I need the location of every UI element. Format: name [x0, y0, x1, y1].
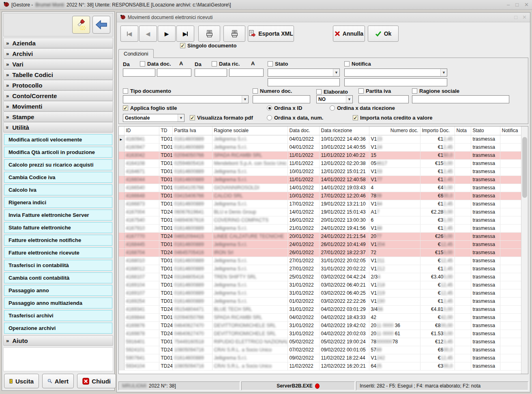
scrollbar-thumb[interactable] — [522, 137, 527, 198]
table-row[interactable]: ► 4160947 TD01 01614600889 Jelligrema S.… — [119, 143, 523, 151]
stato-dropdown[interactable]: ▼ — [268, 69, 340, 77]
sidebar-item[interactable]: Passaggio anno — [4, 285, 112, 296]
column-header[interactable]: Notifica — [500, 126, 523, 135]
maximize-icon[interactable]: □ — [515, 2, 519, 8]
column-header[interactable]: Data doc. — [287, 126, 319, 135]
ordina-x-data-ricezione-radio[interactable]: Ordina x data ricezione — [330, 105, 395, 111]
minimize-icon[interactable]: – — [507, 2, 510, 8]
partita-iva-input[interactable] — [358, 95, 409, 103]
sidebar-section[interactable]: » Conto/Corrente — [3, 90, 113, 101]
radio[interactable] — [267, 115, 272, 120]
sidebar-item[interactable]: Trasferisci archivi — [4, 310, 112, 321]
table-row[interactable]: ► 4160941 TD01 01614600889 Jelligrema S.… — [119, 135, 523, 143]
ordina-x-id-radio[interactable]: Ordina x ID — [267, 105, 302, 111]
sidebar-item[interactable]: Operazione archivi — [4, 323, 112, 334]
table-row[interactable]: ► 4169107 TD01 01614600889 Jelligrema S.… — [119, 289, 523, 297]
table-row[interactable]: ► 4166648 TD01 03415406766 CALCIO SRL 10… — [119, 192, 523, 200]
table-row[interactable]: ► 4168704 TD24 04645705416 IRON Srl 26/0… — [119, 248, 523, 257]
column-header[interactable]: ID — [124, 126, 159, 135]
checkbox[interactable]: ✓ — [316, 89, 322, 94]
annulla-button[interactable]: Annulla — [333, 26, 365, 42]
visualizza-formato-pdf-checkbox[interactable]: ✓ Visualizza formato pdf — [190, 115, 253, 121]
column-header[interactable]: Ragione sociale — [212, 126, 287, 135]
table-row[interactable]: ► 4164671 TD01 01614600889 Jelligrema S.… — [119, 167, 523, 176]
sidebar-section[interactable]: » Stampe — [3, 111, 113, 122]
table-row[interactable]: ► 4168445 TD01 01614600889 Jelligrema S.… — [119, 240, 523, 248]
sidebar-item[interactable]: Invia Fatture elettroniche Server — [4, 210, 112, 221]
elaborato-dropdown[interactable]: NO▼ — [316, 95, 353, 103]
sidebar-section[interactable]: » Azienda — [3, 38, 113, 48]
sidebar-item[interactable]: Cambia Codice iva — [4, 172, 112, 183]
checkbox[interactable]: ✓ — [190, 115, 195, 120]
data-doc-checkbox[interactable]: ✓ Data doc. — [140, 61, 171, 67]
sidebar-item[interactable]: Fatture elettroniche ricevute — [4, 247, 112, 258]
partita-iva-checkbox[interactable]: ✓ Partita iva — [358, 88, 391, 94]
sidebar-item[interactable]: Calcolo prezzi su ricarico acquisti — [4, 159, 112, 170]
sidebar-section[interactable]: » Protocollo — [3, 80, 113, 90]
table-row[interactable]: ► 4169878 TD24 04640627470 DEVITTORIOMIC… — [119, 330, 523, 338]
data-doc-a-input[interactable] — [157, 69, 191, 77]
close-icon[interactable]: ✕ — [522, 14, 527, 20]
print-preview-button[interactable] — [223, 26, 245, 42]
notifica-extra-input[interactable] — [344, 78, 447, 86]
sidebar-item[interactable]: Trasferisci in contabilità — [4, 260, 112, 271]
sidebar-item[interactable]: Passaggio anno multiazienda — [4, 298, 112, 308]
radio[interactable] — [267, 105, 272, 111]
sidebar-section[interactable]: » Archivi — [3, 48, 113, 59]
data-doc-da-input[interactable] — [123, 69, 155, 77]
table-row[interactable]: ► 5934104 TD24 10805094716 CRAI S.R.L. a… — [119, 362, 523, 370]
checkbox[interactable]: ✓ — [412, 88, 417, 94]
table-row[interactable]: ► 5907641 TD01 01614600889 Jelligrema S.… — [119, 354, 523, 362]
sidebar-section-utilita[interactable]: » Utilità — [3, 122, 113, 133]
next-record-button[interactable]: ▶ — [158, 26, 176, 42]
checkbox[interactable]: ✓ — [344, 61, 350, 66]
sidebar-item[interactable]: Fatture elettroniche notifiche — [4, 235, 112, 246]
sidebar-item[interactable]: Rigenera indici — [4, 197, 112, 208]
data-ric-a-input[interactable] — [229, 69, 264, 77]
checkbox[interactable]: ✓ — [358, 88, 364, 94]
table-row[interactable]: ► 4166540 TD01 01654105766 GIOVANNIROSOL… — [119, 184, 523, 192]
table-row[interactable]: ► 4168010 TD01 01614600889 Jelligrema S.… — [119, 257, 523, 265]
table-row[interactable]: ► 4166873 TD01 01614600889 Jelligrema S.… — [119, 200, 523, 208]
column-header[interactable]: Importo Doc. — [420, 126, 455, 135]
uscita-button[interactable]: Uscita — [4, 374, 39, 388]
sidebar-section[interactable]: » Tabelle Codici — [3, 69, 113, 80]
column-header[interactable]: Nota — [455, 126, 471, 135]
table-row[interactable]: ► 4169254 TD01 01614600889 Jelligrema S.… — [119, 297, 523, 305]
notifica-checkbox[interactable]: ✓ Notifica — [344, 61, 371, 67]
foglio-stile-dropdown[interactable]: Gestionale▼ — [123, 114, 184, 122]
numero-doc-input[interactable] — [253, 95, 310, 103]
stato-checkbox[interactable]: ✓ Stato — [268, 61, 288, 67]
table-row[interactable]: ► 4166044 TD01 01614600889 Jelligrema S.… — [119, 176, 523, 184]
numero-doc-checkbox[interactable]: ✓ Numero doc. — [253, 88, 292, 94]
table-row[interactable]: ► 4168107 TD24 03184805416 TREN SHIFTY S… — [119, 273, 523, 281]
print-button[interactable] — [198, 26, 220, 42]
sidebar-item[interactable]: Stato fatture elettroniche — [4, 222, 112, 233]
chiudi-button[interactable]: Chiudi — [77, 374, 116, 388]
first-record-button[interactable]: ◀ — [120, 26, 138, 42]
checkbox[interactable]: ✓ — [180, 43, 185, 48]
sidebar-item[interactable]: Cambia conti contabilità — [4, 272, 112, 283]
column-header[interactable]: Partita Iva — [172, 126, 212, 135]
ragione-sociale-input[interactable] — [412, 95, 509, 103]
ragione-sociale-checkbox[interactable]: ✓ Ragione sociale — [412, 88, 459, 94]
table-row[interactable]: ► 4169876 TD24 04640627470 DEVITTORIOMIC… — [119, 321, 523, 330]
sidebar-item[interactable]: Modifica articoli velocemente — [4, 134, 112, 145]
checkbox[interactable]: ✓ — [140, 61, 145, 66]
table-row[interactable]: ► 4169341 TD24 05154804471 BLUE TECH SRL… — [119, 305, 523, 313]
elaborato-checkbox[interactable]: ✓ Elaborato — [316, 89, 348, 95]
table-row[interactable]: ► 4167770 TD24 04652094415 LINEE CALZATU… — [119, 232, 523, 240]
table-row[interactable]: ► 5916401 TD01 75449160518 RIPUDIO ELETT… — [119, 338, 523, 346]
column-header[interactable]: Data ricezione — [319, 126, 369, 135]
applica-foglio-stile-checkbox[interactable]: ✓ Applica foglio stile — [123, 105, 177, 111]
flashlight-button[interactable] — [72, 16, 90, 34]
notifica-dropdown[interactable]: ▼ — [344, 69, 447, 77]
table-row[interactable]: ► 4167910 TD01 01614600889 Jelligrema S.… — [119, 224, 523, 232]
table-row[interactable]: ► 4169104 TD01 01614600889 Jelligrema S.… — [119, 281, 523, 289]
tipo-documento-checkbox[interactable]: ✓ Tipo documento — [123, 88, 171, 94]
radio[interactable] — [330, 105, 335, 111]
checkbox[interactable]: ✓ — [123, 88, 128, 94]
stato-extra-input[interactable] — [268, 78, 340, 86]
esporta-xml-button[interactable]: Esporta XML — [248, 26, 294, 42]
tab-condizioni[interactable]: Condizioni — [118, 49, 154, 58]
